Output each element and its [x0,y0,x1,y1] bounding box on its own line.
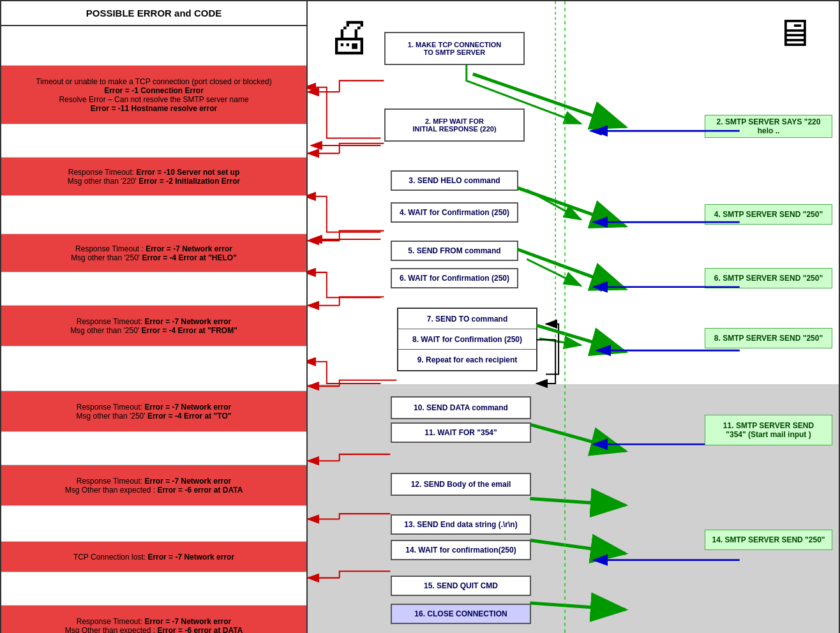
svg-line-14 [517,188,625,226]
left-row-13: TCP Connection lost: Error = -7 Network … [1,542,306,572]
server-response-6: 6. SMTP SERVER SEND "250" [705,268,832,288]
step-3-box: 3. SEND HELO command [391,170,518,191]
server-response-8: 8. SMTP SERVER SEND "250" [705,328,832,348]
step-11-label: 11. WAIT FOR "354" [424,428,497,437]
step-14-box: 14. WAIT for confirmation(250) [391,540,531,560]
server-icon: 🖥 [775,14,813,52]
left-row-11: Response Timeout: Error = -7 Network err… [1,465,306,506]
step-9-box: 9. Repeat for each recipient [398,350,536,370]
left-row-6 [1,272,306,306]
step-13-box: 13. SEND End data string (.\r\n) [391,514,531,535]
sr2-label: 2. SMTP SERVER SAYS "220 helo .. [710,117,827,135]
left-row-12 [1,506,306,542]
step-6-box: 6. WAIT for Confirmation (250) [391,268,518,288]
step-2-box: 2. MFP WAIT FOR INITIAL RESPONSE (220) [384,108,525,142]
step-12-box: 12. SEND Body of the email [391,473,531,496]
printer-icon: 🖨 [327,14,371,59]
step-2-label: 2. MFP WAIT FOR INITIAL RESPONSE (220) [412,117,496,133]
step-13-label: 13. SEND End data string (.\r\n) [404,520,517,529]
svg-line-15 [517,249,625,289]
error-text-15: Response Timeout: Error = -7 Network err… [9,617,299,634]
sr11-label: 11. SMTP SERVER SEND "354" (Start mail i… [723,421,814,439]
server-response-4: 4. SMTP SERVER SEND "250" [705,204,832,225]
sr14-label: 14. SMTP SERVER SEND "250" [712,535,825,544]
step-14-label: 14. WAIT for confirmation(250) [405,546,516,555]
svg-line-16 [536,325,625,352]
error-text-5: Response Timeout : Error = -7 Network er… [9,244,299,262]
step-1-label: 1. MAKE TCP CONNECTION TO SMTP SERVER [408,41,501,56]
step-4-label: 4. WAIT for Confirmation (250) [400,208,509,217]
step-3-label: 3. SEND HELO command [409,176,500,185]
right-panel: 🖨 🖥 1. MAKE TCP CONNECTION TO SMTP SERVE… [308,1,839,633]
server-response-14: 14. SMTP SERVER SEND "250" [705,530,832,550]
header-title: POSSIBLE ERROR and CODE [86,8,222,19]
step-15-label: 15. SEND QUIT CMD [424,581,498,590]
left-row-9: Response Timeout: Error = -7 Network err… [1,391,306,432]
step-9-label: 9. Repeat for each recipient [417,355,518,364]
step-10-box: 10. SEND DATA command [391,396,531,419]
step-10-label: 10. SEND DATA command [414,403,508,412]
step-1-box: 1. MAKE TCP CONNECTION TO SMTP SERVER [384,32,525,65]
step-7-box: 7. SEND TO command [398,309,536,329]
step-5-box: 5. SEND FROM command [391,241,518,261]
step-8-label: 8. WAIT for Confirmation (250) [412,335,522,344]
sr4-label: 4. SMTP SERVER SEND "250" [714,210,823,219]
left-row-14 [1,572,306,606]
error-text-11: Response Timeout: Error = -7 Network err… [9,477,299,495]
error-text-13: TCP Connection lost: Error = -7 Network … [9,553,299,562]
left-row-0 [1,26,306,66]
server-response-2: 2. SMTP SERVER SAYS "220 helo .. [705,115,832,138]
left-header: POSSIBLE ERROR and CODE [1,1,306,26]
left-row-3: Response Timeout: Error = -10 Server not… [1,158,306,196]
error-text-3: Response Timeout: Error = -10 Server not… [9,168,299,186]
step-5-label: 5. SEND FROM command [408,246,500,255]
server-response-11: 11. SMTP SERVER SEND "354" (Start mail i… [705,415,832,445]
left-row-1: Timeout or unable to make a TCP connecti… [1,66,306,124]
left-row-7: Response Timeout: Error = -7 Network err… [1,306,306,346]
step-7-label: 7. SEND TO command [427,315,507,324]
left-row-5: Response Timeout : Error = -7 Network er… [1,234,306,272]
left-row-2 [1,124,306,158]
step-16-label: 16. CLOSE CONNECTION [414,609,507,618]
error-text-9: Response Timeout: Error = -7 Network err… [9,403,299,421]
left-panel: POSSIBLE ERROR and CODE Timeout or unabl… [1,1,308,633]
sr6-label: 6. SMTP SERVER SEND "250" [714,274,823,283]
sr8-label: 8. SMTP SERVER SEND "250" [714,334,823,343]
error-text-7: Response Timeout: Error = -7 Network err… [9,317,299,335]
step-6-label: 6. WAIT for Confirmation (250) [400,274,509,283]
step-12-label: 12. SEND Body of the email [411,480,511,489]
step-16-box: 16. CLOSE CONNECTION [391,604,531,624]
error-text-1: Timeout or unable to make a TCP connecti… [9,77,299,113]
step-11-box: 11. WAIT FOR "354" [391,422,531,443]
step-15-box: 15. SEND QUIT CMD [391,576,531,596]
main-container: POSSIBLE ERROR and CODE Timeout or unabl… [0,0,840,633]
step-4-box: 4. WAIT for Confirmation (250) [391,202,518,223]
repeat-group-box: 7. SEND TO command 8. WAIT for Confirmat… [397,308,537,371]
left-row-15: Response Timeout: Error = -7 Network err… [1,606,306,633]
step-8-box: 8. WAIT for Confirmation (250) [398,329,536,350]
left-row-8 [1,346,306,391]
left-row-10 [1,432,306,465]
left-row-4 [1,196,306,234]
